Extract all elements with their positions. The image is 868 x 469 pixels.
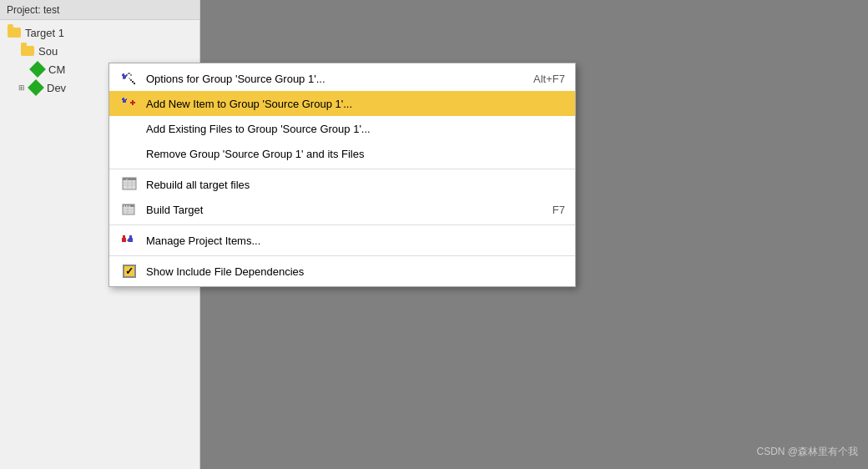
svg-rect-13 [126, 74, 127, 76]
svg-rect-7 [130, 79, 132, 81]
svg-rect-16 [122, 98, 123, 100]
device-label: Dev [47, 82, 66, 94]
svg-rect-4 [130, 74, 132, 76]
add-new-label: Add New Item to Group 'Source Group 1'..… [146, 98, 565, 110]
menu-item-remove-group[interactable]: Remove Group 'Source Group 1' and its Fi… [109, 141, 575, 166]
separator-1 [109, 169, 575, 169]
svg-rect-10 [123, 73, 124, 75]
menu-item-add-new[interactable]: Add New Item to Group 'Source Group 1'..… [109, 91, 575, 116]
svg-marker-41 [127, 239, 129, 242]
svg-rect-9 [134, 83, 135, 84]
svg-rect-8 [132, 81, 134, 83]
wrench-icon [119, 70, 139, 87]
menu-item-manage[interactable]: Manage Project Items... [109, 228, 575, 253]
separator-3 [109, 255, 575, 256]
project-header: Project: test [0, 0, 199, 20]
build-target-label: Build Target [146, 204, 519, 216]
menu-item-options-group[interactable]: Options for Group 'Source Group 1'... Al… [109, 66, 575, 91]
checkbox-checked-icon: ✓ [119, 263, 139, 280]
svg-rect-14 [123, 98, 124, 99]
add-new-icon [119, 95, 139, 112]
svg-rect-12 [122, 74, 123, 76]
build-target-shortcut: F7 [553, 204, 565, 216]
project-title: Project: test [7, 4, 59, 16]
add-existing-label: Add Existing Files to Group 'Source Grou… [146, 123, 565, 135]
svg-rect-39 [129, 235, 132, 238]
show-include-label: Show Include File Dependencies [146, 265, 565, 278]
svg-rect-3 [128, 73, 130, 74]
svg-rect-27 [126, 179, 128, 180]
watermark: CSDN @森林里有个我 [756, 445, 858, 459]
checkmark: ✓ [123, 265, 136, 278]
svg-rect-2 [127, 74, 128, 76]
add-existing-spacer [119, 120, 139, 137]
svg-rect-40 [129, 238, 133, 242]
svg-rect-17 [126, 98, 127, 100]
remove-group-spacer [119, 145, 139, 162]
svg-rect-19 [132, 100, 134, 105]
menu-item-add-existing[interactable]: Add Existing Files to Group 'Source Grou… [109, 116, 575, 141]
menu-item-build[interactable]: Build Target F7 [109, 197, 575, 222]
options-group-shortcut: Alt+F7 [533, 73, 565, 85]
svg-rect-28 [129, 179, 130, 180]
tree-item-source[interactable]: Sou [0, 42, 199, 60]
source-label: Sou [38, 45, 58, 58]
cmake-label: CM [48, 63, 65, 76]
build-icon [119, 201, 139, 218]
manage-label: Manage Project Items... [146, 234, 565, 247]
svg-rect-37 [123, 235, 125, 238]
menu-item-rebuild[interactable]: Rebuild all target files [109, 172, 575, 197]
svg-rect-33 [129, 205, 130, 207]
svg-rect-11 [123, 75, 126, 78]
context-menu: Options for Group 'Source Group 1'... Al… [108, 63, 576, 287]
cmake-icon [30, 62, 45, 77]
source-folder-icon [20, 43, 35, 58]
rebuild-icon [119, 176, 139, 193]
menu-item-show-include[interactable]: ✓ Show Include File Dependencies [109, 259, 575, 284]
svg-rect-26 [124, 179, 125, 180]
svg-rect-6 [129, 78, 130, 79]
svg-rect-5 [129, 78, 129, 78]
target-folder-icon [7, 25, 22, 40]
remove-group-label: Remove Group 'Source Group 1' and its Fi… [146, 148, 565, 160]
expand-arrow-icon[interactable]: ⊞ [17, 83, 27, 93]
options-group-label: Options for Group 'Source Group 1'... [146, 73, 500, 85]
svg-rect-31 [124, 205, 125, 207]
svg-rect-15 [123, 99, 126, 103]
manage-icon [119, 232, 139, 249]
separator-2 [109, 224, 575, 225]
svg-rect-32 [126, 205, 128, 207]
device-icon [28, 80, 43, 95]
tree-item-target1[interactable]: Target 1 [0, 23, 199, 42]
svg-rect-38 [122, 238, 126, 242]
rebuild-label: Rebuild all target files [146, 179, 565, 191]
target1-label: Target 1 [25, 27, 64, 39]
